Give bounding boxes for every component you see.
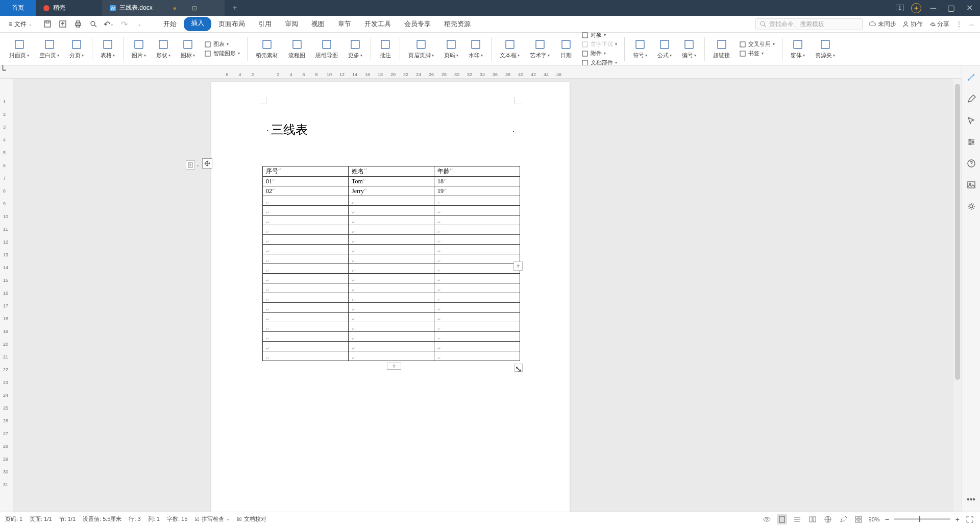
write-mode-icon[interactable] <box>838 514 848 524</box>
table-header-cell[interactable]: 序号 <box>263 166 349 177</box>
document-canvas[interactable]: 三线表 · ⌄ 序号姓名年龄01Tom1802Jerry19 + + ⤡ <box>13 79 962 512</box>
menu-章节[interactable]: 章节 <box>332 17 357 31</box>
ribbon-窗体[interactable]: 窗体▾ <box>787 33 809 65</box>
ribbon-分页[interactable]: 分页▾ <box>65 33 88 65</box>
menu-开发工具[interactable]: 开发工具 <box>358 17 397 31</box>
search-input[interactable]: 查找命令、搜索模板 <box>755 18 863 30</box>
table-cell[interactable]: 01 <box>263 177 349 186</box>
table-cell[interactable] <box>349 206 434 216</box>
ribbon-页眉页脚[interactable]: 页眉页脚▾ <box>404 33 438 65</box>
print-button[interactable] <box>72 18 84 30</box>
status-col[interactable]: 列: 1 <box>148 515 160 523</box>
table-cell[interactable] <box>263 216 349 225</box>
ribbon-批注[interactable]: 批注 <box>375 33 396 65</box>
table-row[interactable] <box>263 342 520 351</box>
tab-document[interactable]: W 三线表.docx ● ⊡ <box>102 0 225 16</box>
table-cell[interactable] <box>263 264 349 274</box>
print-preview-button[interactable] <box>88 18 99 30</box>
table-row[interactable] <box>263 225 520 235</box>
table-cell[interactable] <box>434 351 520 361</box>
table-cell[interactable] <box>434 332 520 342</box>
document-table[interactable]: 序号姓名年龄01Tom1802Jerry19 <box>262 166 520 361</box>
ribbon-更多[interactable]: 更多▾ <box>344 33 366 65</box>
maximize-button[interactable]: ▢ <box>945 1 957 15</box>
table-resize-handle[interactable]: ⤡ <box>514 364 523 372</box>
table-cell[interactable] <box>349 196 434 206</box>
select-icon[interactable] <box>966 115 976 126</box>
ribbon-公式[interactable]: 公式▾ <box>653 33 676 65</box>
table-cell[interactable] <box>263 293 349 303</box>
web-view-icon[interactable] <box>823 514 833 524</box>
export-button[interactable] <box>57 18 68 30</box>
help-icon[interactable] <box>966 158 976 169</box>
image-tool-icon[interactable] <box>966 180 976 190</box>
table-row[interactable] <box>263 254 520 264</box>
ribbon-资源夹[interactable]: 资源夹▾ <box>811 33 839 65</box>
status-page-no[interactable]: 页码: 1 <box>5 515 22 523</box>
table-cell[interactable] <box>349 274 434 283</box>
status-page[interactable]: 页面: 1/1 <box>30 515 52 523</box>
ribbon-页码[interactable]: 页码▾ <box>440 33 462 65</box>
table-cell[interactable] <box>434 235 520 245</box>
table-cell[interactable] <box>349 235 434 245</box>
table-cell[interactable] <box>349 245 434 254</box>
redo-button[interactable]: ↷ <box>118 18 130 30</box>
zoom-out-button[interactable]: − <box>885 515 889 523</box>
ai-assist-icon[interactable] <box>966 73 976 83</box>
table-cell[interactable] <box>434 245 520 254</box>
document-title[interactable]: 三线表 <box>266 122 308 138</box>
status-section[interactable]: 节: 1/1 <box>59 515 76 523</box>
fullscreen-icon[interactable] <box>965 514 975 524</box>
edit-icon[interactable] <box>966 94 976 104</box>
table-cell[interactable] <box>434 303 520 313</box>
menu-视图[interactable]: 视图 <box>305 17 331 31</box>
table-cell[interactable]: 02 <box>263 186 349 196</box>
table-paste-options-button[interactable]: ⌄ <box>186 160 195 170</box>
ribbon-图标[interactable]: 图标▾ <box>177 33 199 65</box>
ribbon-智能图形[interactable]: 智能图形▾ <box>204 50 240 57</box>
ribbon-交叉引用[interactable]: 交叉引用▾ <box>739 40 775 48</box>
table-row[interactable] <box>263 235 520 245</box>
settings-slider-icon[interactable] <box>966 137 976 147</box>
page-view-icon[interactable] <box>777 514 787 524</box>
menu-审阅[interactable]: 审阅 <box>279 17 304 31</box>
ribbon-超链接[interactable]: 超链接 <box>709 33 734 65</box>
table-cell[interactable] <box>349 303 434 313</box>
table-cell[interactable] <box>263 313 349 322</box>
table-row[interactable] <box>263 313 520 322</box>
table-cell[interactable]: 19 <box>434 186 520 196</box>
table-row[interactable] <box>263 322 520 332</box>
table-cell[interactable]: Tom <box>349 177 434 186</box>
table-add-row-button[interactable]: + <box>387 363 401 370</box>
ribbon-编号[interactable]: 编号▾ <box>678 33 700 65</box>
menu-引用[interactable]: 引用 <box>252 17 278 31</box>
table-row[interactable] <box>263 216 520 225</box>
share-button[interactable]: 分享 <box>929 20 949 29</box>
table-row[interactable] <box>263 245 520 254</box>
table-cell[interactable] <box>263 254 349 264</box>
ribbon-表格[interactable]: 表格▾ <box>96 33 119 65</box>
table-cell[interactable] <box>434 283 520 293</box>
ribbon-稻壳素材[interactable]: 稻壳素材 <box>252 33 282 65</box>
table-cell[interactable] <box>434 206 520 216</box>
zoom-slider-handle[interactable] <box>919 516 920 522</box>
table-header-cell[interactable]: 年龄 <box>434 166 520 177</box>
reading-view-icon[interactable] <box>807 514 818 524</box>
table-cell[interactable] <box>434 254 520 264</box>
sync-status[interactable]: 未同步 <box>869 20 896 29</box>
table-cell[interactable] <box>263 235 349 245</box>
table-row[interactable] <box>263 283 520 293</box>
menu-会员专享[interactable]: 会员专享 <box>398 17 437 31</box>
minimize-button[interactable]: ─ <box>928 2 938 15</box>
vertical-ruler[interactable]: 1234567891011121314151617181920212223242… <box>0 79 13 512</box>
table-row[interactable] <box>263 303 520 313</box>
table-cell[interactable] <box>263 274 349 283</box>
table-cell[interactable] <box>263 351 349 361</box>
table-cell[interactable] <box>263 342 349 351</box>
table-cell[interactable] <box>263 332 349 342</box>
table-cell[interactable] <box>263 283 349 293</box>
table-cell[interactable] <box>434 216 520 225</box>
table-cell[interactable] <box>263 206 349 216</box>
ribbon-封面页[interactable]: 封面页▾ <box>5 33 33 65</box>
table-cell[interactable] <box>349 322 434 332</box>
